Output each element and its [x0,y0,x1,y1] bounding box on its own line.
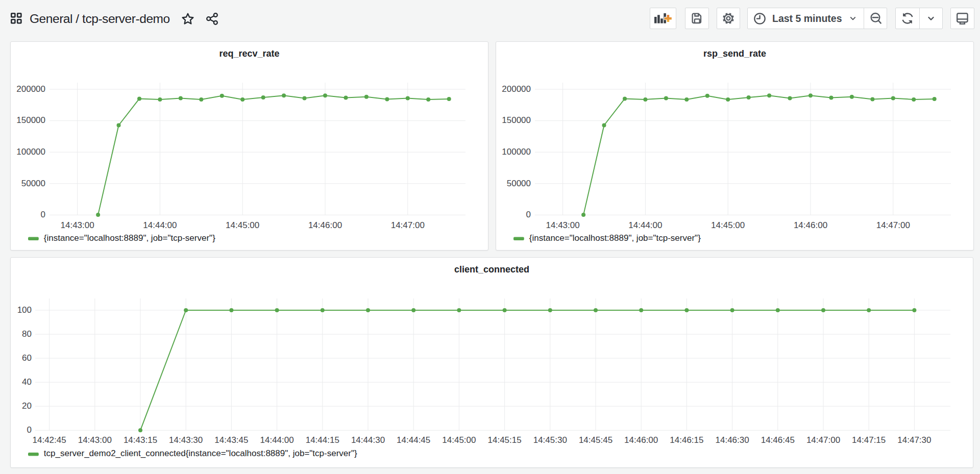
svg-text:14:43:00: 14:43:00 [78,435,112,445]
svg-text:14:45:00: 14:45:00 [226,220,259,230]
svg-text:14:45:00: 14:45:00 [442,435,476,445]
svg-text:14:43:45: 14:43:45 [214,435,248,445]
svg-text:100000: 100000 [502,147,531,157]
svg-text:req_recv_rate: req_recv_rate [219,48,279,59]
svg-text:150000: 150000 [502,115,531,125]
svg-text:14:44:45: 14:44:45 [397,435,430,445]
svg-text:14:43:30: 14:43:30 [169,435,203,445]
svg-text:14:47:30: 14:47:30 [897,435,931,445]
svg-text:{instance="localhost:8889", jo: {instance="localhost:8889", job="tcp-ser… [44,233,215,243]
svg-text:14:46:00: 14:46:00 [793,220,827,230]
svg-text:14:44:00: 14:44:00 [143,220,177,230]
svg-text:50000: 50000 [21,179,45,188]
svg-text:100: 100 [17,305,32,315]
svg-text:14:44:30: 14:44:30 [351,435,385,445]
svg-text:14:43:15: 14:43:15 [124,435,157,445]
svg-text:80: 80 [22,329,32,339]
svg-text:14:45:00: 14:45:00 [711,220,745,230]
svg-text:60: 60 [22,353,32,363]
svg-text:14:47:00: 14:47:00 [806,435,840,445]
svg-text:0: 0 [27,425,32,435]
svg-text:0: 0 [526,210,530,219]
svg-text:14:47:00: 14:47:00 [876,220,910,230]
svg-text:14:46:00: 14:46:00 [308,220,342,230]
svg-text:50000: 50000 [506,179,530,188]
svg-text:14:43:00: 14:43:00 [546,220,579,230]
svg-text:100000: 100000 [16,147,45,157]
svg-text:rsp_send_rate: rsp_send_rate [703,48,766,59]
svg-text:150000: 150000 [16,115,45,125]
svg-text:{instance="localhost:8889", jo: {instance="localhost:8889", job="tcp-ser… [529,233,700,243]
svg-text:client_connected: client_connected [454,264,529,275]
svg-text:14:44:00: 14:44:00 [628,220,662,230]
svg-text:14:46:30: 14:46:30 [716,435,749,445]
svg-text:14:45:45: 14:45:45 [579,435,612,445]
svg-text:14:44:15: 14:44:15 [306,435,339,445]
svg-text:14:47:15: 14:47:15 [852,435,886,445]
svg-text:14:45:30: 14:45:30 [533,435,567,445]
svg-text:14:45:15: 14:45:15 [488,435,522,445]
svg-text:40: 40 [22,377,32,387]
svg-text:14:46:15: 14:46:15 [670,435,703,445]
svg-text:14:47:00: 14:47:00 [391,220,425,230]
svg-text:14:46:00: 14:46:00 [624,435,658,445]
svg-text:20: 20 [22,401,32,411]
svg-text:14:46:45: 14:46:45 [761,435,795,445]
svg-text:200000: 200000 [16,84,45,94]
svg-text:14:42:45: 14:42:45 [33,435,66,445]
svg-text:tcp_server_demo2_client_connec: tcp_server_demo2_client_connected{instan… [44,448,357,458]
svg-text:0: 0 [41,210,45,219]
svg-text:200000: 200000 [502,84,531,94]
svg-text:14:44:00: 14:44:00 [260,435,294,445]
svg-text:14:43:00: 14:43:00 [61,220,94,230]
